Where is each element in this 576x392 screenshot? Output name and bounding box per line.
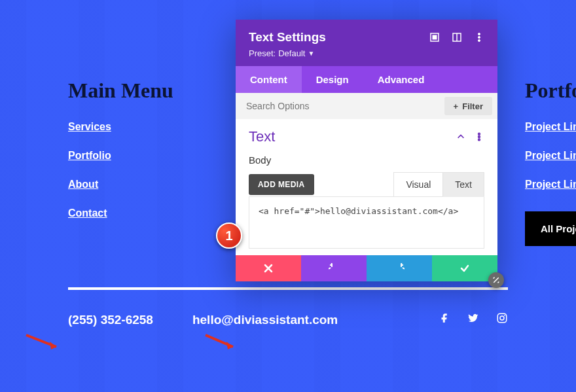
all-projects-button[interactable]: All Projects <box>525 211 576 246</box>
caret-down-icon: ▼ <box>308 50 314 57</box>
svg-point-9 <box>478 40 480 42</box>
main-menu-heading: Main Menu <box>68 79 262 103</box>
tab-design[interactable]: Design <box>302 66 363 93</box>
add-media-button[interactable]: ADD MEDIA <box>249 174 314 195</box>
twitter-icon[interactable] <box>467 312 479 327</box>
svg-point-11 <box>478 136 480 138</box>
footer-row: (255) 352-6258 hello@diviassistant.com <box>68 312 508 327</box>
portfolio-link-2[interactable]: Project Link <box>525 150 576 162</box>
code-editor[interactable]: <a href="#">hello@diviassistant.com</a> <box>249 196 484 249</box>
svg-point-8 <box>478 37 480 39</box>
panel-header[interactable]: Text Settings Preset: Default ▼ <box>236 20 497 66</box>
filter-button[interactable]: + Filter <box>444 97 492 115</box>
save-button[interactable] <box>432 255 497 281</box>
menu-link-portfolio[interactable]: Portfolio <box>68 150 262 162</box>
resize-handle[interactable] <box>488 272 504 288</box>
svg-point-1 <box>500 316 504 320</box>
social-icons <box>439 312 508 327</box>
preset-label: Preset: <box>249 48 276 58</box>
main-menu-column: Main Menu Services Portfolio About Conta… <box>68 79 262 236</box>
filter-label: Filter <box>462 101 483 111</box>
portfolio-column: Portfolio Project Link Project Link Proj… <box>525 79 576 246</box>
instagram-icon[interactable] <box>496 312 508 327</box>
panel-tabs: Content Design Advanced <box>236 66 497 93</box>
columns-icon[interactable] <box>452 32 462 43</box>
cancel-button[interactable] <box>236 255 301 281</box>
editor-toolbar: ADD MEDIA Visual Text <box>249 172 484 197</box>
portfolio-heading: Portfolio <box>525 79 576 103</box>
facebook-icon[interactable] <box>439 312 450 327</box>
tab-advanced[interactable]: Advanced <box>363 66 439 93</box>
body-label: Body <box>249 154 484 166</box>
footer-email: hello@diviassistant.com <box>192 313 338 327</box>
portfolio-link-3[interactable]: Project Link <box>525 179 576 190</box>
menu-link-about[interactable]: About <box>68 179 262 190</box>
tab-content[interactable]: Content <box>236 66 302 93</box>
svg-rect-4 <box>433 35 437 39</box>
panel-title: Text Settings <box>249 30 326 45</box>
collapse-icon[interactable] <box>456 132 466 142</box>
section-more-icon[interactable] <box>474 132 484 142</box>
text-settings-panel: Text Settings Preset: Default ▼ Content … <box>236 20 497 281</box>
text-tab[interactable]: Text <box>442 172 484 197</box>
svg-point-2 <box>504 315 505 316</box>
preset-dropdown[interactable]: Preset: Default ▼ <box>249 48 484 58</box>
undo-button[interactable] <box>301 255 367 281</box>
expand-icon[interactable] <box>429 32 440 43</box>
portfolio-link-1[interactable]: Project Link <box>525 121 576 133</box>
step-badge-1: 1 <box>216 223 242 249</box>
search-input[interactable] <box>236 93 444 119</box>
visual-tab[interactable]: Visual <box>393 172 442 197</box>
footer-divider <box>68 287 508 290</box>
section-title: Text <box>249 128 275 145</box>
panel-action-bar <box>236 255 497 281</box>
text-section: Text Body ADD MEDIA Visual Text <a href=… <box>236 119 497 255</box>
menu-link-services[interactable]: Services <box>68 121 262 133</box>
svg-point-12 <box>478 139 480 141</box>
svg-point-10 <box>478 133 480 135</box>
preset-value: Default <box>278 48 305 58</box>
redo-button[interactable] <box>367 255 432 281</box>
footer-phone: (255) 352-6258 <box>68 313 153 327</box>
svg-point-7 <box>478 33 480 35</box>
more-icon[interactable] <box>474 32 484 43</box>
plus-icon: + <box>454 101 459 111</box>
search-row: + Filter <box>236 93 497 119</box>
menu-link-contact[interactable]: Contact <box>68 207 262 219</box>
